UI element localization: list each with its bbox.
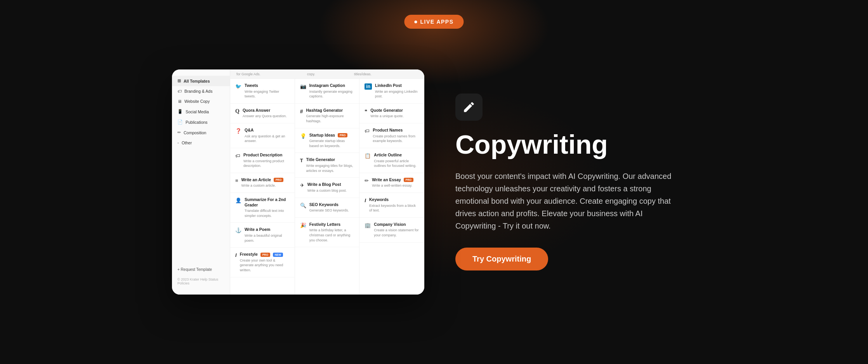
template-quote[interactable]: ❝ Quote Generator Write a unique quote.: [359, 104, 424, 123]
sidebar-item-website[interactable]: 🖥 Website Copy: [172, 96, 230, 106]
info-title: Copywriting: [455, 130, 696, 159]
template-seo[interactable]: 🔍 SEO Keywords Generate SEO keywords.: [295, 198, 359, 218]
live-dot: [414, 21, 417, 23]
sidebar-item-composition[interactable]: ✏ Composition: [172, 127, 230, 138]
copywriting-icon-box: [455, 94, 483, 121]
app-sidebar: ⊞ All Templates 🏷 Branding & Ads 🖥 Websi…: [172, 69, 230, 295]
sidebar-request-label: + Request Template: [177, 267, 212, 272]
doc-icon: 📄: [177, 120, 183, 125]
app-panel: ⊞ All Templates 🏷 Branding & Ads 🖥 Websi…: [172, 69, 424, 295]
sidebar-request-template[interactable]: + Request Template: [172, 265, 230, 274]
sidebar-footer: © 2023 Krater Help Status Policies: [172, 274, 230, 288]
edit-icon: [462, 101, 476, 114]
sidebar-item-all-templates[interactable]: ⊞ All Templates: [172, 76, 230, 86]
instagram-icon: 📷: [300, 83, 306, 89]
grid-icon: ⊞: [177, 78, 181, 83]
sidebar-label-branding: Branding & Ads: [184, 89, 212, 94]
festivity-icon: 🎉: [300, 222, 306, 228]
template-article-outline[interactable]: 📋 Article Outline Create powerful articl…: [359, 148, 424, 173]
template-qa[interactable]: ❓ Q&A Ask any question & get an answer.: [230, 123, 295, 148]
content-top-cut: for Google Ads. copy. titles/ideas.: [230, 69, 424, 79]
template-product-names[interactable]: 🏷 Product Names Create product names fro…: [359, 123, 424, 148]
template-product-desc[interactable]: 🏷 Product Description Write a converting…: [230, 148, 295, 173]
sidebar-label-social: Social Media: [186, 109, 209, 114]
main-layout: ⊞ All Templates 🏷 Branding & Ads 🖥 Websi…: [0, 0, 868, 364]
template-tweets[interactable]: 🐦 Tweets Write engaging Twitter tweets.: [230, 79, 295, 104]
template-company-vision[interactable]: 🏢 Company Vision Create a vision stateme…: [359, 218, 424, 243]
info-panel: Copywriting Boost your content's impact …: [455, 86, 696, 278]
template-col-3: in LinkedIn Post Write an engaging Linke…: [359, 79, 424, 295]
template-write-article[interactable]: ≡ Write an Article PRO Write a custom ar…: [230, 173, 295, 193]
template-col-2: 📷 Instagram Caption Instantly generate e…: [295, 79, 360, 295]
try-copywriting-button[interactable]: Try Copywriting: [455, 248, 548, 270]
linkedin-icon: in: [365, 83, 372, 90]
company-icon: 🏢: [365, 222, 371, 228]
article-icon: ≡: [235, 178, 238, 184]
template-hashtag[interactable]: # Hashtag Generator Generate high-exposu…: [295, 104, 359, 128]
poem-icon: ⚓: [235, 227, 241, 233]
template-linkedin[interactable]: in LinkedIn Post Write an engaging Linke…: [359, 79, 424, 104]
essay-icon: ✏: [365, 178, 369, 184]
monitor-icon: 🖥: [177, 99, 182, 104]
sidebar-item-social[interactable]: 📱 Social Media: [172, 106, 230, 117]
sidebar-label-all: All Templates: [184, 79, 210, 83]
seo-icon: 🔍: [300, 203, 306, 208]
template-freestyle[interactable]: I Freestyle PRO NEW Create your own tool…: [230, 248, 295, 277]
template-summarize[interactable]: 👤 Summarize For a 2nd Grader Translate d…: [230, 193, 295, 223]
template-title[interactable]: T Title Generator Write engaging titles …: [295, 153, 359, 178]
startup-icon: 💡: [300, 133, 306, 139]
sidebar-label-other: Other: [182, 140, 192, 145]
info-description: Boost your content's impact with AI Copy…: [455, 170, 673, 232]
qa-icon: ❓: [235, 128, 241, 134]
quote-icon: ❝: [365, 108, 367, 114]
template-grid: 🐦 Tweets Write engaging Twitter tweets. …: [230, 79, 424, 295]
sidebar-item-other[interactable]: ◦ Other: [172, 138, 230, 148]
live-apps-button[interactable]: LIVE APPS: [404, 15, 464, 29]
keywords-icon: I: [365, 198, 366, 203]
sidebar-label-publications: Publications: [186, 120, 208, 125]
app-content: for Google Ads. copy. titles/ideas. 🐦 Tw…: [230, 69, 424, 295]
pencil-icon: ✏: [177, 130, 181, 135]
template-blog[interactable]: ✈ Write a Blog Post Write a custom blog …: [295, 178, 359, 198]
circle-icon: ◦: [177, 140, 179, 145]
summarize-icon: 👤: [235, 198, 241, 203]
template-poem[interactable]: ⚓ Write a Poem Write a beautiful origina…: [230, 223, 295, 248]
product-icon: 🏷: [235, 153, 240, 159]
template-keywords[interactable]: I Keywords Extract keywords from a block…: [359, 193, 424, 218]
freestyle-icon: I: [235, 252, 237, 258]
template-essay[interactable]: ✏ Write an Essay PRO Write a well-writte…: [359, 173, 424, 193]
template-festivity[interactable]: 🎉 Festivity Letters Write a birthday let…: [295, 218, 359, 247]
outline-icon: 📋: [365, 153, 371, 159]
template-startup[interactable]: 💡 Startup Ideas PRO Generate startup ide…: [295, 128, 359, 153]
phone-icon: 📱: [177, 109, 183, 114]
template-col-1: 🐦 Tweets Write engaging Twitter tweets. …: [230, 79, 295, 295]
title-icon: T: [300, 158, 303, 163]
hashtag-icon: #: [300, 108, 303, 114]
sidebar-label-composition: Composition: [184, 130, 206, 135]
live-apps-label: LIVE APPS: [420, 19, 453, 25]
sidebar-item-publications[interactable]: 📄 Publications: [172, 117, 230, 127]
template-instagram[interactable]: 📷 Instagram Caption Instantly generate e…: [295, 79, 359, 104]
template-quora[interactable]: Q Quora Answer Answer any Quora question…: [230, 104, 295, 123]
twitter-icon: 🐦: [235, 83, 241, 89]
quora-icon: Q: [235, 108, 240, 114]
product-names-icon: 🏷: [365, 128, 370, 134]
blog-icon: ✈: [300, 182, 304, 188]
tag-icon: 🏷: [177, 89, 182, 94]
sidebar-item-branding[interactable]: 🏷 Branding & Ads: [172, 86, 230, 96]
sidebar-label-website: Website Copy: [184, 99, 210, 104]
